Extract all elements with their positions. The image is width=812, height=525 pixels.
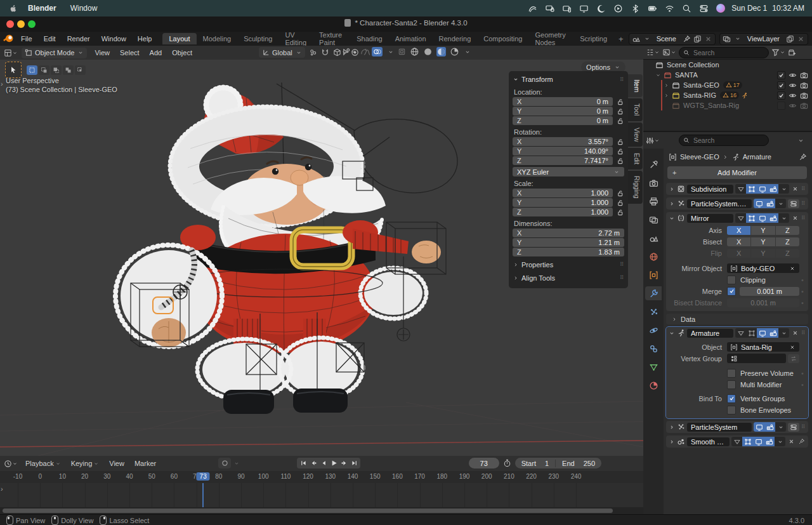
modifier-name-field[interactable]: Mirror — [687, 214, 733, 223]
viewport-menu-view[interactable]: View — [89, 49, 115, 56]
toolbar-expand-arrow[interactable]: › — [1, 80, 3, 88]
value-slider[interactable]: Y1.21 m — [513, 238, 624, 247]
sidebar-tab-rigging[interactable]: Rigging — [628, 171, 643, 204]
properties-editor-icon[interactable] — [646, 136, 660, 145]
toggle-rcam-icon[interactable] — [764, 437, 775, 446]
topbar-menu-edit[interactable]: Edit — [38, 35, 62, 43]
jump-to-end-button[interactable] — [349, 460, 359, 467]
shading-material-icon[interactable] — [436, 47, 446, 56]
properties-search-input[interactable] — [692, 136, 764, 145]
axis-toggle-y[interactable]: Y — [751, 226, 775, 235]
value-slider[interactable]: X0 m — [513, 97, 613, 106]
workspace-tab-scripting[interactable]: Scripting — [573, 33, 613, 44]
new-scene-icon[interactable] — [693, 35, 702, 43]
snap-magnet-icon[interactable] — [321, 48, 329, 56]
workspace-tab-rendering[interactable]: Rendering — [433, 33, 478, 44]
display-icon[interactable] — [577, 3, 590, 13]
lock-open-icon[interactable] — [616, 189, 624, 197]
disable-render-camera-icon[interactable] — [800, 71, 808, 79]
value-slider[interactable]: Y140.09° — [513, 147, 613, 156]
drag-handle[interactable]: ⠿ — [801, 330, 806, 336]
current-frame-field[interactable]: 73 — [469, 458, 499, 469]
outliner-row[interactable]: Scene Collection — [643, 60, 812, 70]
timeline-ruler[interactable]: -100102030405060708090100110120130140150… — [0, 471, 643, 484]
hide-eye-icon[interactable] — [789, 81, 797, 90]
toggle-monitor-icon[interactable] — [754, 422, 764, 432]
new-viewlayer-icon[interactable] — [786, 35, 794, 43]
modifier-panel-smooth-by-[interactable]: Smooth by ... — [666, 435, 808, 448]
scrollbar-thumb[interactable] — [3, 508, 613, 513]
add-modifier-button[interactable]: + Add Modifier — [667, 166, 807, 179]
drag-handle[interactable]: ⠿ — [801, 186, 806, 192]
preserve-volume-checkbox[interactable] — [727, 369, 736, 378]
mode-selector[interactable]: Object Mode — [22, 48, 87, 58]
modifier-panel-mirror[interactable]: Mirror⠿AxisXYZBisectXYZFlipXYZMirror Obj… — [666, 212, 808, 311]
sidebar-tab-item[interactable]: Item — [628, 74, 643, 97]
toggle-monitor-icon[interactable] — [754, 199, 764, 208]
outliner-display-mode-icon[interactable] — [662, 48, 676, 56]
modifier-name-field[interactable]: ParticleSystem — [687, 423, 752, 432]
hide-eye-icon[interactable] — [789, 102, 797, 110]
toggle-rcam-icon[interactable] — [764, 199, 775, 208]
pin-icon[interactable] — [683, 35, 691, 43]
clipping-checkbox[interactable] — [727, 276, 736, 284]
app-menu-blender[interactable]: Blender — [21, 4, 63, 13]
prev-keyframe-button[interactable] — [308, 460, 318, 467]
value-slider[interactable]: Z7.7417° — [513, 156, 613, 165]
outliner-row[interactable]: Santa-GEO17 — [643, 80, 812, 90]
playhead-line[interactable] — [202, 483, 204, 507]
pin-modifier-icon[interactable] — [797, 438, 806, 445]
hide-eye-icon[interactable] — [789, 91, 797, 100]
timeline-editor-icon[interactable] — [4, 460, 18, 468]
axis-toggle-z[interactable]: Z — [776, 237, 799, 246]
now-playing-icon[interactable] — [612, 3, 624, 13]
shading-solid-icon[interactable] — [423, 47, 433, 56]
timeline-tracks[interactable]: › — [0, 483, 643, 507]
delete-modifier-button[interactable] — [791, 185, 799, 192]
select-mode-invert[interactable] — [63, 65, 74, 75]
properties-tab-world[interactable] — [645, 249, 662, 263]
stage-manager-icon[interactable] — [697, 3, 710, 13]
next-keyframe-button[interactable] — [339, 460, 349, 467]
bisect-distance-field[interactable]: 0.001 m — [727, 298, 799, 307]
merge-threshold-field[interactable]: 0.001 m — [740, 287, 799, 296]
modifier-name-field[interactable]: Armature — [687, 329, 733, 338]
exclude-checkbox[interactable] — [777, 81, 785, 90]
lock-open-icon[interactable] — [616, 199, 624, 207]
lock-open-icon[interactable] — [616, 208, 624, 216]
moon-icon[interactable] — [594, 3, 607, 13]
animate-dot[interactable]: • — [799, 299, 806, 307]
toggle-cage-icon[interactable] — [746, 213, 757, 223]
breadcrumb-object[interactable]: Sleeve-GEO — [680, 153, 719, 161]
physics-properties-button[interactable] — [788, 199, 799, 208]
collapsed-panel-align-tools[interactable]: Align Tools⠿ — [513, 272, 624, 283]
delete-modifier-button[interactable] — [791, 215, 799, 222]
axis-toggle-x[interactable]: X — [727, 226, 750, 235]
topbar-menu-render[interactable]: Render — [62, 35, 96, 43]
toggle-cage-icon[interactable] — [742, 437, 753, 446]
delete-scene-icon[interactable] — [704, 35, 712, 43]
current-frame-badge[interactable]: 73 — [197, 472, 210, 481]
lock-open-icon[interactable] — [616, 98, 624, 106]
frame-range[interactable]: Start1 End250 — [515, 458, 601, 469]
pivot-point-icon[interactable] — [309, 48, 317, 56]
expand-caret-icon[interactable] — [669, 439, 675, 445]
toggle-rcam-icon[interactable] — [768, 213, 778, 223]
modifier-panel-particlesystem[interactable]: ParticleSystem⠿ — [666, 421, 808, 433]
apple-menu[interactable] — [0, 4, 21, 13]
outliner[interactable]: Scene CollectionSANTASanta-GEO17Santa-RI… — [643, 60, 812, 131]
select-mode-intersect[interactable] — [75, 65, 86, 75]
outliner-row[interactable]: Santa-RIG16 — [643, 90, 812, 100]
toggle-rcam-icon[interactable] — [768, 184, 778, 194]
expand-caret-icon[interactable] — [669, 215, 675, 222]
outliner-editor-icon[interactable] — [646, 48, 660, 56]
mirror-object-field[interactable]: Body-GEO — [727, 263, 799, 273]
properties-tab-material[interactable] — [645, 378, 662, 392]
drag-handle[interactable]: ⠿ — [801, 215, 806, 221]
toggle-rcam-icon[interactable] — [764, 422, 775, 432]
modifier-extras-chevron[interactable] — [778, 184, 789, 194]
modifier-extras-chevron[interactable] — [775, 422, 786, 432]
properties-search[interactable] — [679, 135, 769, 146]
expand-caret-icon[interactable] — [669, 424, 675, 430]
play-button[interactable] — [329, 459, 339, 467]
